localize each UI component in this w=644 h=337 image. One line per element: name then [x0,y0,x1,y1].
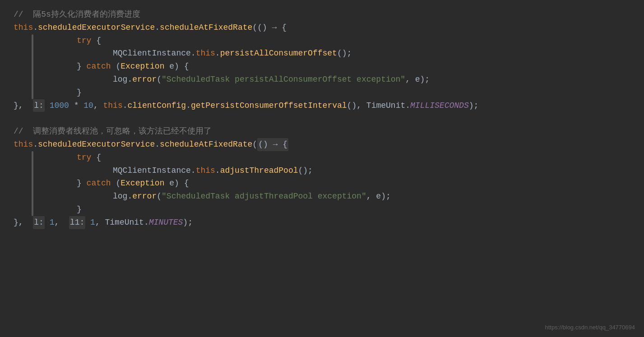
line-catch-1: } catch (Exception e) { [41,60,630,73]
method-adjust-1: adjustThreadPool [220,164,298,177]
method-get-persist: getPersistConsumerOffsetInterval [191,99,347,112]
var-e-1: e) { [164,60,189,73]
mult-1: * [69,99,83,112]
semi-2: ); [183,216,193,229]
line-try-1: try { [41,34,630,47]
method-scheduled-2: scheduledExecutorService [38,138,155,151]
this-persist-1: this [196,47,215,60]
catch-kw-2: catch [87,177,111,190]
line-log-1: log.error("ScheduledTask persistAllConsu… [41,73,630,86]
line-comment-1: // 隔5s持久化消费者的消费进度 [14,8,630,21]
line-log-2: log.error("ScheduledTask adjustThreadPoo… [41,190,630,203]
paren-1: ( [252,21,257,34]
line-close-catch-1: } [41,86,630,99]
method-scheduled-1: scheduledExecutorService [38,21,155,34]
line-adjust-1: MQClientInstance.this.adjustThreadPool()… [41,164,630,177]
try-keyword-2: try [77,151,91,164]
space-l1 [85,216,90,229]
comment-text-2: // 调整消费者线程池，可忽略，该方法已经不使用了 [14,125,212,138]
space-1: { [91,34,101,47]
block-border-1 [32,34,33,99]
lambda-1: () → { [257,21,287,34]
catch-paren-2: ( [111,177,121,190]
catch-kw-1: catch [87,60,111,73]
brace-close-2: } [77,177,87,190]
param-l-2: l: [33,216,45,229]
space-l-2 [45,216,50,229]
line-schedule-1: this.scheduledExecutorService.scheduleAt… [14,21,630,34]
method-client-config: clientConfig [128,99,186,112]
this-keyword-1: this [14,21,33,34]
var-e-2: e) { [164,177,189,190]
space-l-1 [45,99,50,112]
dot-log-1: . [127,73,132,86]
paren-persist: (); [337,47,352,60]
string-log-1: "ScheduledTask persistAllConsumerOffset … [162,73,405,86]
method-schedule-2: scheduleAtFixedRate [160,138,252,151]
this-keyword-2: this [14,138,33,151]
semi-1: ); [469,99,479,112]
line-catch-2: } catch (Exception e) { [41,177,630,190]
block-border-2 [32,151,33,216]
exception-type-2: Exception [120,177,164,190]
comma-1: , [93,99,103,112]
line-try-2: try { [41,151,630,164]
line-comment-2: // 调整消费者线程池，可忽略，该方法已经不使用了 [14,125,630,138]
block-content-1: try { MQClientInstance.this.persistAllCo… [41,34,630,99]
brace-close-catch-1: } [77,86,82,99]
line-schedule-2: this.scheduledExecutorService.scheduleAt… [14,138,630,151]
brace-close-lambda-2: }, [14,216,33,229]
dot-2: . [155,21,160,34]
exception-type-1: Exception [120,60,164,73]
blank-line-1 [14,112,630,125]
string-log-2: "ScheduledTask adjustThreadPool exceptio… [162,190,366,203]
method-error-1: error [132,73,157,86]
watermark: https://blog.csdn.net/qq_34770694 [545,323,635,332]
dot-tu-2: . [144,216,149,229]
param-l-1: l: [33,99,45,112]
num-10: 10 [83,99,93,112]
line-close-schedule-2: }, l: 1, l1: 1, TimeUnit.MINUTES); [14,216,630,229]
num-1-b: 1 [90,216,95,229]
log-obj-1: log [113,73,127,86]
num-1-a: 1 [50,216,55,229]
try-keyword-1: try [77,34,91,47]
dot-client-1: . [123,99,128,112]
block-2: try { MQClientInstance.this.adjustThread… [32,151,630,216]
method-error-2: error [132,190,157,203]
dot-mq-1: . [191,47,196,60]
paren-log-1: ( [157,73,162,86]
dot-get-1: . [186,99,191,112]
comma-2: , [54,216,69,229]
line-close-schedule-1: }, l: 1000 * 10, this.clientConfig.getPe… [14,99,630,112]
brace-close-catch-2: } [77,203,82,216]
timeunit-2: TimeUnit [105,216,144,229]
dot-3: . [33,138,38,151]
comma-3: , [95,216,105,229]
dot-mq-2: . [215,47,220,60]
block-content-2: try { MQClientInstance.this.adjustThread… [41,151,630,216]
timeunit-1: TimeUnit [366,99,405,112]
const-ms: MILLISECONDS [410,99,469,112]
class-mq-1: MQClientInstance [113,47,191,60]
code-block: // 隔5s持久化消费者的消费进度 this.scheduledExecutor… [0,0,644,237]
dot-mq-4: . [215,164,220,177]
comma-log-1: , e); [405,73,430,86]
block-1: try { MQClientInstance.this.persistAllCo… [32,34,630,99]
line-close-catch-2: } [41,203,630,216]
method-persist-1: persistAllConsumerOffset [220,47,337,60]
comment-text-1: // 隔5s持久化消费者的消费进度 [14,8,140,21]
this-adjust-1: this [196,164,215,177]
log-obj-2: log [113,190,127,203]
num-1000: 1000 [50,99,69,112]
dot-1: . [33,21,38,34]
catch-paren-1: ( [111,60,121,73]
dot-tu-1: . [405,99,410,112]
method-schedule-1: scheduleAtFixedRate [160,21,252,34]
paren-log-2: ( [157,190,162,203]
paren-get-1: (), [347,99,366,112]
space-2: { [91,151,101,164]
dot-4: . [155,138,160,151]
dot-log-2: . [127,190,132,203]
dot-mq-3: . [191,164,196,177]
